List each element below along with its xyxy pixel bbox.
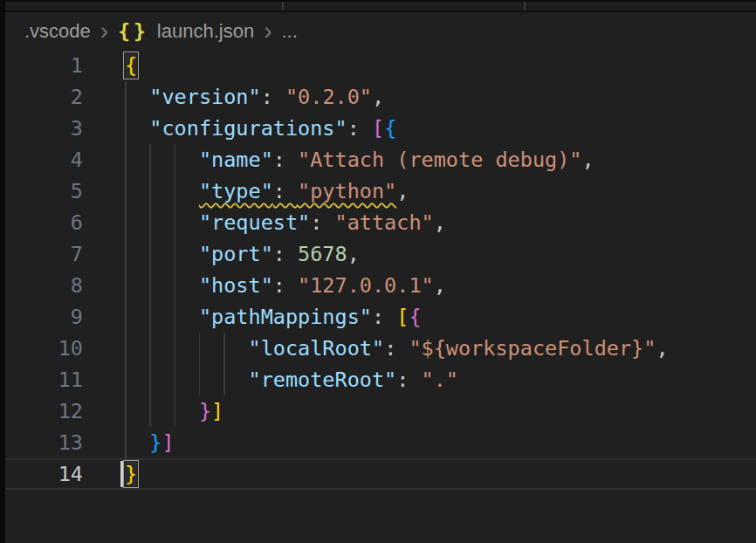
code-line[interactable]: 7 "port": 5678,: [5, 238, 756, 270]
code-token: "remoteRoot": [248, 368, 396, 392]
line-number[interactable]: 12: [5, 395, 83, 427]
code-token: ,: [396, 179, 409, 203]
code-token: "version": [149, 85, 260, 109]
line-number[interactable]: 1: [5, 50, 83, 81]
editor-group: .vscode › {} launch.json › ... 1{2 "vers…: [5, 0, 756, 543]
vscode-editor-window: .vscode › {} launch.json › ... 1{2 "vers…: [0, 0, 756, 543]
tab-strip[interactable]: [5, 0, 756, 12]
code-line[interactable]: 13 }]: [5, 427, 756, 458]
code-token: "request": [199, 210, 310, 235]
code-token: "host": [199, 273, 273, 298]
code-token: "configurations": [149, 116, 347, 141]
code-line[interactable]: 3 "configurations": [{: [5, 113, 756, 144]
breadcrumb-folder[interactable]: .vscode: [24, 12, 91, 50]
code-text: }]: [125, 395, 223, 427]
breadcrumb-symbol[interactable]: ...: [282, 12, 298, 50]
code-token: :: [273, 179, 298, 203]
code-token: ,: [347, 242, 360, 266]
code-token: "0.2.0": [285, 85, 372, 109]
json-braces-icon: {}: [118, 20, 149, 43]
code-token: [125, 273, 199, 298]
line-number[interactable]: 8: [5, 270, 83, 301]
code-line[interactable]: 14}: [5, 458, 756, 490]
code-line[interactable]: 4 "name": "Attach (remote debug)",: [5, 144, 756, 175]
code-token: [: [396, 305, 409, 329]
code-text: {: [125, 50, 137, 81]
code-token: :: [261, 85, 285, 109]
code-line[interactable]: 9 "pathMappings": [{: [5, 301, 756, 333]
bracket-match: {: [125, 53, 137, 78]
code-token: ,: [372, 85, 384, 109]
code-text: "pathMappings": [{: [125, 301, 422, 333]
code-token: :: [372, 305, 396, 329]
code-token: "localRoot": [248, 336, 384, 361]
code-token: [125, 336, 248, 361]
code-line[interactable]: 5 "type": "python",: [5, 175, 756, 207]
code-token: "127.0.0.1": [298, 273, 434, 298]
line-number[interactable]: 13: [5, 427, 83, 458]
code-text: "remoteRoot": ".": [125, 364, 458, 395]
code-token: "type": [199, 179, 273, 203]
code-token: ,: [434, 273, 446, 298]
code-token: :: [273, 273, 298, 298]
code-text: }]: [125, 427, 175, 458]
code-token: "name": [199, 148, 273, 172]
code-token: "Attach (remote debug)": [298, 148, 581, 172]
line-number[interactable]: 7: [5, 238, 83, 270]
line-number[interactable]: 14: [5, 458, 83, 490]
code-token: [125, 148, 199, 172]
code-token: ]: [211, 399, 223, 423]
code-token: "python": [298, 179, 396, 203]
code-area: 1{2 "version": "0.2.0",3 "configurations…: [5, 50, 756, 490]
code-line[interactable]: 8 "host": "127.0.0.1",: [5, 270, 756, 301]
window-left-edge: [0, 0, 5, 543]
code-text: "version": "0.2.0",: [125, 81, 384, 113]
line-number[interactable]: 10: [5, 333, 83, 364]
code-token: 5678: [298, 242, 347, 266]
code-token: "port": [199, 242, 273, 266]
line-number[interactable]: 2: [5, 81, 83, 113]
code-line[interactable]: 12 }]: [5, 395, 756, 427]
line-number[interactable]: 3: [5, 113, 83, 144]
code-token: [125, 179, 199, 203]
code-token: {: [384, 116, 396, 141]
code-token: [125, 85, 149, 109]
code-line[interactable]: 11 "remoteRoot": ".": [5, 364, 756, 395]
code-token: "${workspaceFolder}": [409, 336, 656, 361]
line-number[interactable]: 9: [5, 301, 83, 333]
bracket-match: }: [125, 462, 137, 486]
code-text: "request": "attach",: [125, 207, 446, 238]
code-token: :: [273, 242, 298, 266]
warning-squiggle: "type": "python": [199, 179, 396, 203]
line-number[interactable]: 4: [5, 144, 83, 175]
code-token: [: [372, 116, 384, 141]
code-token: [125, 242, 199, 266]
code-text: "localRoot": "${workspaceFolder}",: [125, 333, 669, 364]
line-number[interactable]: 5: [5, 175, 83, 207]
chevron-right-icon: ›: [264, 13, 271, 50]
code-token: ".": [422, 368, 458, 392]
code-line[interactable]: 2 "version": "0.2.0",: [5, 81, 756, 113]
code-line[interactable]: 10 "localRoot": "${workspaceFolder}",: [5, 333, 756, 364]
code-token: :: [347, 116, 372, 141]
code-token: ]: [162, 430, 174, 455]
breadcrumb-file[interactable]: launch.json: [157, 12, 254, 50]
text-cursor: [120, 461, 123, 487]
code-token: [125, 430, 149, 455]
code-line[interactable]: 1{: [5, 50, 756, 81]
line-number[interactable]: 6: [5, 207, 83, 238]
chevron-right-icon: ›: [100, 13, 108, 50]
code-token: :: [273, 148, 298, 172]
code-text: "host": "127.0.0.1",: [125, 270, 446, 301]
code-token: [125, 368, 248, 392]
line-number[interactable]: 11: [5, 364, 83, 395]
code-token: }: [199, 399, 211, 423]
code-text: "name": "Attach (remote debug)",: [125, 144, 594, 175]
code-token: [125, 210, 199, 235]
code-token: [125, 116, 149, 141]
code-line[interactable]: 6 "request": "attach",: [5, 207, 756, 238]
code-token: :: [396, 368, 421, 392]
code-text: "port": 5678,: [125, 238, 360, 270]
code-token: [125, 305, 199, 329]
code-token: "pathMappings": [199, 305, 372, 329]
